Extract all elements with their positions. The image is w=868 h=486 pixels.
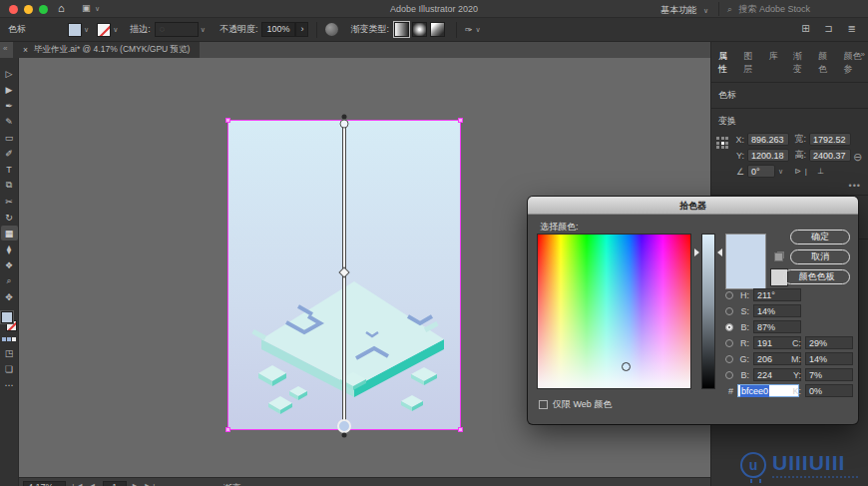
selection-handle[interactable] — [225, 118, 230, 123]
web-safe-cube-icon[interactable] — [774, 252, 783, 261]
radial-gradient-button[interactable] — [412, 22, 427, 37]
s-input[interactable]: 14% — [753, 304, 801, 317]
gradient-end-dot[interactable] — [342, 433, 347, 438]
linear-gradient-button[interactable] — [394, 22, 409, 37]
chevron-down-icon[interactable]: ∨ — [84, 26, 89, 34]
height-input[interactable]: 2400.37 — [809, 149, 851, 162]
radio-b-selected[interactable] — [725, 323, 733, 331]
width-input[interactable]: 1792.52 — [809, 133, 851, 146]
c-input[interactable]: 29% — [805, 336, 853, 349]
fill-stroke-indicator[interactable] — [1, 311, 18, 333]
zoom-tool[interactable]: ⌕ — [1, 273, 18, 288]
context-label: 色标 — [8, 23, 26, 36]
artboard-number-input[interactable]: 1 — [103, 481, 127, 486]
stroke-weight-input[interactable]: ◌ — [155, 22, 199, 37]
opacity-input[interactable]: 100% — [261, 22, 295, 37]
radio-h[interactable] — [725, 291, 733, 299]
zoom-level-select[interactable]: 4.17% ∨ — [23, 481, 66, 486]
slider-arrow-left[interactable] — [694, 248, 699, 256]
direct-selection-tool[interactable]: ▶ — [1, 82, 18, 97]
radio-g[interactable] — [725, 355, 733, 363]
gradient-end-stop[interactable] — [338, 420, 350, 432]
scissors-tool[interactable]: ✂ — [1, 194, 18, 209]
reference-point-locator[interactable] — [716, 137, 729, 150]
recolor-artwork-icon[interactable] — [325, 23, 338, 36]
ok-button[interactable]: 确定 — [790, 230, 850, 244]
freeform-gradient-button[interactable] — [430, 22, 445, 37]
stock-search-input[interactable]: ⌕ 搜索 Adobe Stock — [718, 2, 864, 16]
selection-handle[interactable] — [458, 118, 463, 123]
rotate-tool[interactable]: ↻ — [1, 210, 18, 225]
k-input[interactable]: 0% — [805, 384, 853, 397]
tab-gradient[interactable]: 渐变 — [793, 50, 809, 76]
m-input[interactable]: 14% — [805, 352, 853, 365]
gradient-tool[interactable]: ▦ — [1, 226, 18, 241]
fill-proxy[interactable] — [1, 311, 13, 323]
next-last-artboard-icons[interactable]: ▶ ▶| — [133, 481, 158, 486]
draw-mode-icon[interactable]: ◳ — [1, 345, 18, 360]
panel-collapse-icon[interactable]: » — [861, 50, 865, 59]
fill-color-swatch[interactable] — [68, 23, 82, 37]
chevron-down-icon[interactable]: ∨ — [113, 26, 118, 34]
color-picker-dialog: 拾色器 选择颜色: 确定 取消 颜色色板 H: 211° S: 14% B: 8… — [528, 197, 858, 424]
x-input[interactable]: 896.263 — [747, 133, 789, 146]
radio-s[interactable] — [725, 307, 733, 315]
type-tool[interactable]: T — [1, 162, 18, 177]
color-swatches-button[interactable]: 颜色色板 — [783, 269, 850, 284]
first-prev-artboard-icons[interactable]: |◀ ◀ — [72, 481, 97, 486]
chevron-down-icon[interactable]: ∨ — [475, 26, 480, 34]
close-tab-icon[interactable]: × — [23, 45, 28, 55]
x-label: X: — [732, 135, 744, 145]
rotation-input[interactable]: 0° — [747, 165, 775, 178]
cancel-button[interactable]: 取消 — [790, 249, 850, 264]
color-field[interactable] — [537, 234, 691, 389]
artboard-tool[interactable]: ⧉ — [1, 178, 18, 193]
tab-layers[interactable]: 图层 — [743, 50, 759, 76]
tab-properties[interactable]: 属性 — [718, 50, 734, 76]
appbar-right-icons[interactable]: ⊞ ⊐ ≣ — [801, 23, 862, 34]
radio-blue[interactable] — [725, 371, 733, 379]
chevron-down-icon[interactable]: ∨ — [778, 168, 783, 176]
gradient-midpoint[interactable] — [339, 267, 349, 277]
opacity-more-button[interactable]: › — [295, 22, 308, 37]
search-icon: ⌕ — [727, 4, 732, 14]
yellow-label: Y: — [789, 370, 801, 380]
document-tab[interactable]: × 毕业作业.ai* @ 4.17% (CMYK/GPU 预览) — [13, 42, 200, 58]
screen-mode-icon[interactable]: ❏ — [1, 361, 18, 376]
h-input[interactable]: 211° — [753, 288, 801, 301]
blend-tool[interactable]: ❖ — [1, 257, 18, 272]
radio-r[interactable] — [725, 339, 733, 347]
curvature-tool[interactable]: ✎ — [1, 114, 18, 129]
flip-horizontal-vertical-icons[interactable]: ⊳| ⊥ — [794, 167, 828, 176]
color-field-marker[interactable] — [622, 362, 631, 371]
selection-handle[interactable] — [225, 427, 230, 432]
dialog-title[interactable]: 拾色器 — [528, 197, 858, 215]
hand-tool[interactable]: ✥ — [1, 289, 18, 304]
gradient-start-stop[interactable] — [340, 120, 348, 128]
eyedropper-tool[interactable]: ⧫ — [1, 242, 18, 256]
slider-arrow-right[interactable] — [717, 248, 722, 256]
y-input[interactable]: 1200.18 — [747, 149, 789, 162]
transform-title: 变换 — [718, 115, 861, 128]
toolbar-collapse-icon[interactable]: « — [3, 44, 7, 53]
paintbrush-tool[interactable]: ✐ — [1, 146, 18, 161]
web-only-checkbox[interactable] — [539, 400, 548, 409]
chevron-down-icon[interactable]: ∨ — [201, 26, 206, 34]
brightness-slider[interactable] — [701, 234, 715, 389]
selection-tool[interactable]: ▷ — [1, 66, 18, 81]
workspace-switcher[interactable]: 基本功能 ∨ — [660, 4, 708, 17]
gradient-origin-dot[interactable] — [342, 115, 347, 120]
color-none-gradient-row[interactable] — [2, 337, 16, 341]
tab-color[interactable]: 颜色 — [818, 50, 834, 76]
yellow-input[interactable]: 7% — [805, 368, 853, 381]
pen-tool[interactable]: ✒ — [1, 98, 18, 113]
gradient-annotator[interactable] — [331, 114, 357, 439]
tab-libraries[interactable]: 库 — [769, 50, 778, 76]
more-options-icon[interactable]: ••• — [718, 181, 861, 191]
selection-handle[interactable] — [458, 427, 463, 432]
stroke-color-swatch[interactable] — [97, 23, 111, 37]
b-input[interactable]: 87% — [753, 320, 801, 333]
gradient-options-icon[interactable]: ✑ — [465, 25, 473, 35]
edit-toolbar-icon[interactable]: ⋯ — [1, 377, 18, 392]
rectangle-tool[interactable]: ▭ — [1, 130, 18, 145]
